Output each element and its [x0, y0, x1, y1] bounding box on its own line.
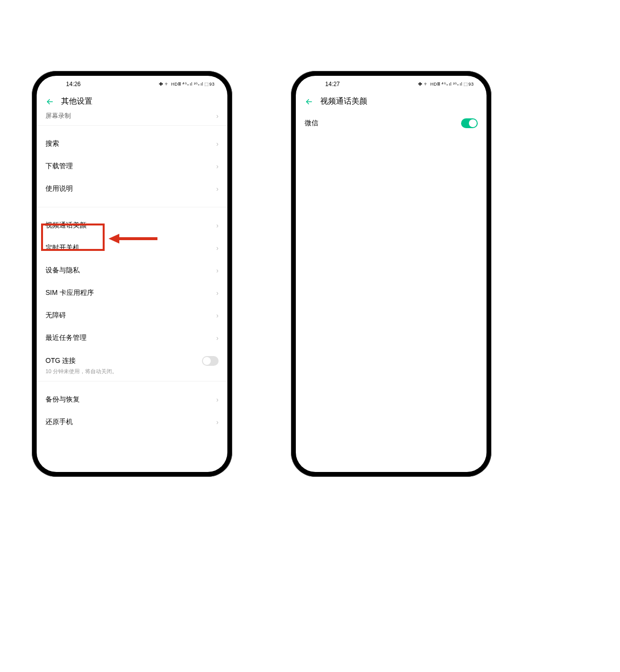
- annotation-arrow-icon: [109, 233, 157, 245]
- wechat-toggle[interactable]: [461, 118, 478, 128]
- status-time: 14:27: [325, 81, 340, 88]
- row-label: 备份与恢复: [45, 395, 80, 404]
- status-bar: 14:26 ✱ ᯤ HDⅢ ⁴ᴳ₊ıl ³ᴳ₊ıl ⬚93: [37, 76, 227, 90]
- header: 视频通话美颜: [296, 90, 487, 112]
- row-label: 还原手机: [45, 418, 73, 426]
- chevron-right-icon: ›: [216, 418, 219, 426]
- chevron-right-icon: ›: [216, 185, 219, 193]
- chevron-right-icon: ›: [216, 312, 219, 319]
- row-label: 使用说明: [45, 184, 73, 193]
- status-icons: ✱ ᯤ HDⅢ ⁴ᴳ₊ıl ³ᴳ₊ıl ⬚93: [418, 82, 474, 87]
- chevron-right-icon: ›: [216, 112, 219, 120]
- row-download-manager[interactable]: 下载管理 ›: [37, 155, 227, 178]
- row-accessibility[interactable]: 无障碍 ›: [37, 304, 227, 327]
- phone-frame-left: 14:26 ✱ ᯤ HDⅢ ⁴ᴳ₊ıl ³ᴳ₊ıl ⬚93 其他设置 屏幕录制 …: [32, 71, 232, 477]
- row-otg[interactable]: OTG 连接: [37, 349, 227, 373]
- screen-left: 14:26 ✱ ᯤ HDⅢ ⁴ᴳ₊ıl ³ᴳ₊ıl ⬚93 其他设置 屏幕录制 …: [37, 76, 227, 472]
- back-icon[interactable]: [305, 97, 313, 106]
- status-bar: 14:27 ✱ ᯤ HDⅢ ⁴ᴳ₊ıl ³ᴳ₊ıl ⬚93: [296, 76, 487, 90]
- beauty-list: 微信: [296, 112, 487, 135]
- row-instructions[interactable]: 使用说明 ›: [37, 178, 227, 200]
- row-recent-tasks[interactable]: 最近任务管理 ›: [37, 327, 227, 349]
- chevron-right-icon: ›: [216, 162, 219, 170]
- header: 其他设置: [37, 90, 227, 112]
- chevron-right-icon: ›: [216, 140, 219, 148]
- row-screen-recording[interactable]: 屏幕录制 ›: [37, 112, 227, 126]
- chevron-right-icon: ›: [216, 289, 219, 297]
- row-label: 搜索: [45, 139, 59, 148]
- otg-toggle[interactable]: [202, 356, 219, 366]
- status-time: 14:26: [66, 81, 81, 88]
- back-icon[interactable]: [45, 97, 54, 106]
- row-label: 微信: [305, 119, 318, 128]
- row-label: 定时开关机: [45, 244, 80, 252]
- page-title: 其他设置: [61, 96, 92, 107]
- chevron-right-icon: ›: [216, 334, 219, 342]
- chevron-right-icon: ›: [216, 267, 219, 274]
- row-label: OTG 连接: [45, 357, 76, 365]
- screen-right: 14:27 ✱ ᯤ HDⅢ ⁴ᴳ₊ıl ³ᴳ₊ıl ⬚93 视频通话美颜 微信: [296, 76, 487, 472]
- row-label: 最近任务管理: [45, 334, 87, 342]
- row-label: 设备与隐私: [45, 266, 80, 275]
- settings-list[interactable]: 屏幕录制 › 搜索 › 下载管理 › 使用说明 › 视频通话美颜 ›: [37, 112, 227, 433]
- row-search[interactable]: 搜索 ›: [37, 133, 227, 155]
- row-label: 视频通话美颜: [45, 221, 87, 230]
- row-reset-phone[interactable]: 还原手机 ›: [37, 411, 227, 433]
- chevron-right-icon: ›: [216, 396, 219, 403]
- row-label: 屏幕录制: [45, 112, 71, 120]
- svg-marker-1: [109, 234, 119, 244]
- row-device-privacy[interactable]: 设备与隐私 ›: [37, 259, 227, 282]
- chevron-right-icon: ›: [216, 222, 219, 229]
- status-icons: ✱ ᯤ HDⅢ ⁴ᴳ₊ıl ³ᴳ₊ıl ⬚93: [159, 82, 215, 87]
- row-backup-restore[interactable]: 备份与恢复 ›: [37, 388, 227, 411]
- row-wechat[interactable]: 微信: [296, 112, 487, 135]
- phone-frame-right: 14:27 ✱ ᯤ HDⅢ ⁴ᴳ₊ıl ³ᴳ₊ıl ⬚93 视频通话美颜 微信: [291, 71, 491, 477]
- row-sim-apps[interactable]: SIM 卡应用程序 ›: [37, 282, 227, 304]
- chevron-right-icon: ›: [216, 244, 219, 252]
- row-label: SIM 卡应用程序: [45, 289, 94, 297]
- row-label: 无障碍: [45, 311, 66, 320]
- row-label: 下载管理: [45, 162, 73, 171]
- page-title: 视频通话美颜: [320, 96, 367, 107]
